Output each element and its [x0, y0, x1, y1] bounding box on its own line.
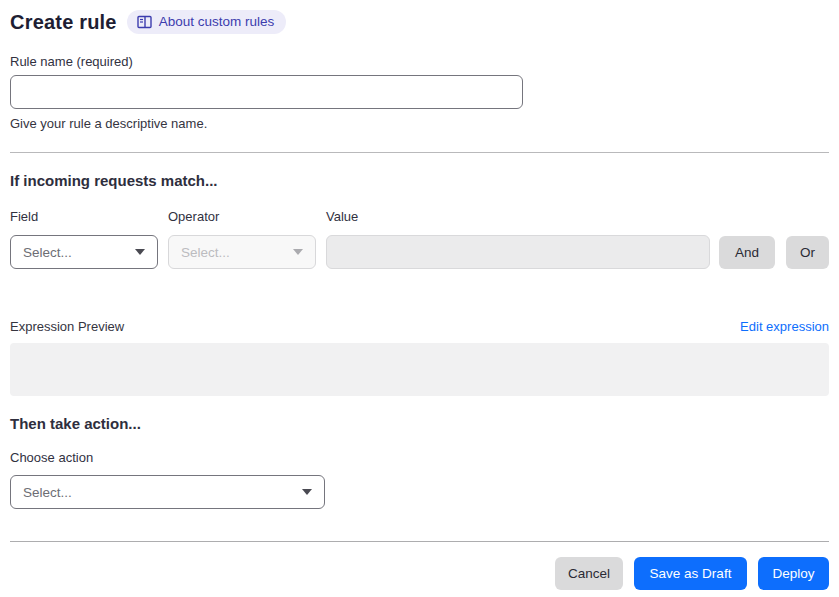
create-rule-page: Create rule About custom rules Rule name…: [0, 0, 839, 590]
expression-preview-label: Expression Preview: [10, 319, 124, 334]
match-section-heading: If incoming requests match...: [10, 172, 829, 189]
field-column: Field Select...: [10, 209, 158, 269]
value-input[interactable]: [326, 235, 710, 269]
operator-select-value: Select...: [181, 245, 230, 260]
book-icon: [137, 15, 152, 29]
operator-column: Operator Select...: [168, 209, 316, 269]
rule-name-helper-text: Give your rule a descriptive name.: [10, 116, 829, 131]
edit-expression-link[interactable]: Edit expression: [740, 319, 829, 334]
rule-name-label: Rule name (required): [10, 54, 829, 69]
about-custom-rules-link[interactable]: About custom rules: [127, 10, 287, 34]
action-select[interactable]: Select...: [10, 475, 325, 509]
page-header: Create rule About custom rules: [10, 10, 829, 34]
field-select[interactable]: Select...: [10, 235, 158, 269]
operator-label: Operator: [168, 209, 316, 224]
save-as-draft-button[interactable]: Save as Draft: [634, 557, 747, 590]
field-select-value: Select...: [23, 245, 72, 260]
rule-name-input[interactable]: [10, 75, 523, 109]
page-title: Create rule: [10, 11, 117, 34]
or-button[interactable]: Or: [786, 236, 829, 269]
action-select-value: Select...: [23, 485, 72, 500]
action-section-heading: Then take action...: [10, 415, 829, 432]
footer-divider: [10, 541, 829, 542]
value-column: Value: [326, 209, 710, 269]
expression-preview-row: Expression Preview Edit expression: [10, 319, 829, 334]
field-label: Field: [10, 209, 158, 224]
section-divider: [10, 152, 829, 153]
expression-preview-box: [10, 343, 829, 396]
chevron-down-icon: [293, 249, 303, 255]
chevron-down-icon: [135, 249, 145, 255]
operator-select[interactable]: Select...: [168, 235, 316, 269]
andor-button-group: And Or: [719, 236, 829, 269]
choose-action-label: Choose action: [10, 450, 829, 465]
footer-actions: Cancel Save as Draft Deploy: [10, 557, 829, 590]
cancel-button[interactable]: Cancel: [555, 557, 623, 590]
chevron-down-icon: [302, 489, 312, 495]
about-custom-rules-label: About custom rules: [159, 15, 275, 29]
and-button[interactable]: And: [719, 236, 775, 269]
value-label: Value: [326, 209, 710, 224]
match-row: Field Select... Operator Select... Value…: [10, 209, 829, 269]
deploy-button[interactable]: Deploy: [758, 557, 829, 590]
